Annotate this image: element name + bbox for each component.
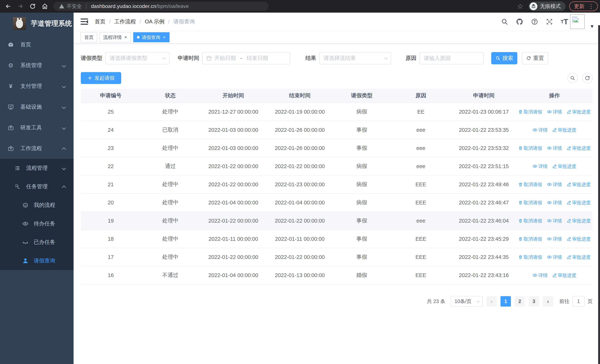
sidebar-item-done-tasks[interactable]: 已办任务 <box>0 233 74 252</box>
app-logo-row[interactable]: 芋道管理系统 <box>0 13 74 34</box>
close-icon[interactable]: × <box>124 35 127 40</box>
column-header: 结束时间 <box>267 92 333 99</box>
column-header: 开始时间 <box>200 92 267 99</box>
sidebar-item-payment[interactable]: ¥ 支付管理 <box>0 76 74 97</box>
progress-action-link[interactable]: 审批进度 <box>552 127 576 133</box>
column-header: 原因 <box>390 92 451 99</box>
page-button-2[interactable]: 2 <box>515 296 525 307</box>
cancel-action-link[interactable]: 取消请假 <box>518 181 542 187</box>
page-size-select[interactable]: 10条/页 <box>451 296 483 307</box>
url-divider <box>86 3 86 9</box>
detail-action-link[interactable]: 详情 <box>547 109 562 115</box>
sidebar-item-system[interactable]: ⚙ 系统管理 <box>0 55 74 76</box>
cancel-action-link[interactable]: 取消请假 <box>518 200 542 206</box>
bookmark-star-icon[interactable]: ☆ <box>517 2 523 10</box>
progress-action-link[interactable]: 审批进度 <box>567 200 591 206</box>
cell-applied: 2022-01-22 23:53:35 <box>451 127 516 133</box>
detail-action-link[interactable]: 详情 <box>547 145 562 151</box>
user-menu[interactable]: ▼ <box>570 14 594 29</box>
page-jumper-input[interactable] <box>572 296 585 307</box>
progress-action-link[interactable]: 审批进度 <box>567 145 591 151</box>
sidebar-item-devtools[interactable]: 研发工具 <box>0 117 74 138</box>
browser-home-icon[interactable] <box>41 3 48 10</box>
breadcrumb-item[interactable]: OA 示例 <box>145 18 164 25</box>
browser-update-button[interactable]: 更新 ⋮ <box>569 1 598 11</box>
cell-actions: 取消请假详情审批进度 <box>516 181 593 187</box>
refresh-table-button[interactable] <box>582 73 593 83</box>
breadcrumb-item[interactable]: 工作流程 <box>114 18 136 25</box>
next-page-button[interactable]: › <box>543 296 553 307</box>
cell-type: 病假 <box>333 108 390 115</box>
progress-action-link[interactable]: 审批进度 <box>567 181 591 187</box>
sidebar-item-my-process[interactable]: 我的流程 <box>0 196 74 215</box>
progress-action-link[interactable]: 审批进度 <box>567 218 591 224</box>
cancel-action-link[interactable]: 取消请假 <box>518 109 542 115</box>
sidebar-item-workflow[interactable]: 工作流程 <box>0 138 74 159</box>
progress-action-link[interactable]: 审批进度 <box>567 254 591 260</box>
sidebar-item-home[interactable]: 首页 <box>0 34 74 55</box>
detail-action-link[interactable]: 详情 <box>547 218 562 224</box>
detail-action-link[interactable]: 详情 <box>547 181 562 187</box>
progress-action-link[interactable]: 审批进度 <box>552 163 576 169</box>
cancel-action-link[interactable]: 取消请假 <box>518 236 542 242</box>
briefcase-icon <box>7 145 14 152</box>
cell-end: 2022-01-26 00:00:00 <box>267 145 333 151</box>
progress-action-link[interactable]: 审批进度 <box>552 272 576 278</box>
cancel-action-link[interactable]: 取消请假 <box>518 145 542 151</box>
sidebar-item-infra[interactable]: 基础设施 <box>0 97 74 117</box>
search-button[interactable]: 搜索 <box>491 52 517 64</box>
page-button-3[interactable]: 3 <box>529 296 539 307</box>
result-select[interactable]: 请选择流结果 <box>319 52 391 64</box>
window-scrollbar[interactable] <box>598 25 600 364</box>
detail-action-link[interactable]: 详情 <box>547 254 562 260</box>
github-icon[interactable] <box>516 18 523 25</box>
leave-type-select[interactable]: 请选择请假类型 <box>105 52 169 64</box>
progress-action-link[interactable]: 审批进度 <box>567 236 591 242</box>
not-secure-badge[interactable]: 不安全 <box>59 3 82 10</box>
search-icon[interactable] <box>501 18 508 25</box>
tab-流程详情[interactable]: 流程详情× <box>100 32 131 42</box>
tab-首页[interactable]: 首页 <box>81 32 97 42</box>
prev-page-button[interactable]: ‹ <box>487 296 497 307</box>
detail-action-link[interactable]: 详情 <box>547 200 562 206</box>
fullscreen-icon[interactable] <box>546 18 553 25</box>
detail-action-link[interactable]: 详情 <box>533 163 548 169</box>
sidebar-item-leave-query[interactable]: 请假查询 <box>0 252 74 270</box>
sidebar-item-process-mgmt[interactable]: 流程管理 <box>0 159 74 177</box>
cell-start: 2022-01-04 00:00:00 <box>200 200 267 206</box>
browser-menu-icon[interactable]: ⋮ <box>588 3 594 10</box>
tab-请假查询[interactable]: 请假查询× <box>133 32 169 42</box>
sidebar-fold-icon[interactable] <box>81 19 88 25</box>
reason-input[interactable] <box>424 55 479 61</box>
cancel-action-link[interactable]: 取消请假 <box>518 254 542 260</box>
start-date-placeholder[interactable]: 开始日期 <box>214 55 236 62</box>
leave-type-label: 请假类型 <box>81 55 102 62</box>
cell-end: 2022-01-04 00:00:00 <box>267 200 333 206</box>
url-bar[interactable]: 不安全 dashboard.yudao.iocoder.cn/bpm/oa/le… <box>53 2 269 11</box>
font-size-icon[interactable]: TT <box>561 18 568 26</box>
cancel-action-link[interactable]: 取消请假 <box>518 218 542 224</box>
end-date-placeholder[interactable]: 结束日期 <box>247 55 268 62</box>
progress-action-link[interactable]: 审批进度 <box>567 109 591 115</box>
cell-reason: EE <box>390 109 451 115</box>
apply-time-range[interactable]: 开始日期 - 结束日期 <box>202 52 290 64</box>
help-icon[interactable] <box>531 18 538 25</box>
reason-field[interactable] <box>419 52 484 64</box>
sidebar-item-todo-tasks[interactable]: 待办任务 <box>0 215 74 233</box>
show-search-button[interactable] <box>567 73 578 83</box>
detail-action-link[interactable]: 详情 <box>533 272 548 278</box>
browser-reload-icon[interactable] <box>29 3 36 10</box>
page-button-1[interactable]: 1 <box>500 296 511 307</box>
avatar[interactable] <box>570 14 585 29</box>
detail-action-link[interactable]: 详情 <box>533 127 548 133</box>
close-icon[interactable]: × <box>162 35 166 40</box>
browser-back-icon[interactable] <box>5 3 11 10</box>
cell-type: 病假 <box>333 181 390 188</box>
browser-forward-icon[interactable] <box>17 3 24 10</box>
reset-button[interactable]: 重置 <box>522 52 548 64</box>
sidebar-item-task-mgmt[interactable]: 任务管理 <box>0 177 74 196</box>
detail-action-link[interactable]: 详情 <box>547 236 562 242</box>
trash-icon <box>518 237 523 241</box>
create-leave-button[interactable]: 发起请假 <box>81 72 121 84</box>
breadcrumb-item[interactable]: 首页 <box>95 18 105 25</box>
